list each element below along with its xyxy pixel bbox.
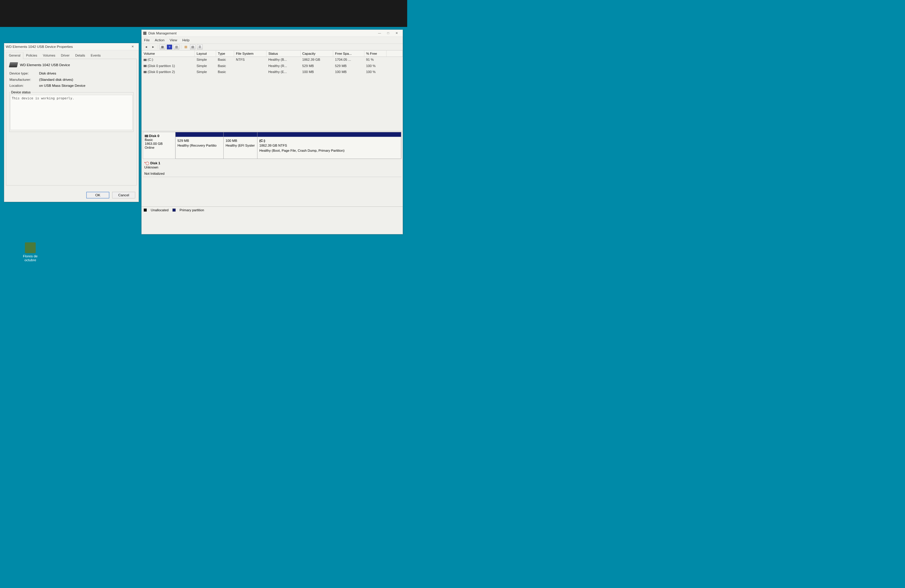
device-status-legend: Device status [11, 90, 32, 94]
close-icon[interactable]: ✕ [392, 30, 401, 36]
partition-color-bar [224, 132, 257, 137]
properties-titlebar[interactable]: WD Elements 1042 USB Device Properties ✕ [4, 43, 139, 50]
menu-view[interactable]: View [170, 38, 177, 42]
partition-size: 1862.39 GB NTFS [259, 144, 287, 147]
show-hide-console-tree-icon[interactable]: ▦ [160, 44, 165, 49]
disk-graphical-view[interactable]: Disk 0 Basic 1863.00 GB Online 529 MBHea… [141, 131, 403, 206]
cancel-button[interactable]: Cancel [112, 192, 135, 198]
volume-capacity: 100 MB [300, 69, 333, 75]
partition-color-bar [175, 132, 223, 137]
disk-0-row[interactable]: Disk 0 Basic 1863.00 GB Online 529 MBHea… [143, 132, 401, 159]
legend-primary-swatch [172, 209, 175, 212]
help-icon[interactable]: ? [167, 44, 172, 49]
location-value: on USB Mass Storage Device [39, 84, 86, 88]
volume-list[interactable]: Volume Layout Type File System Status Ca… [141, 50, 403, 131]
forward-icon[interactable]: ► [151, 44, 156, 49]
volume-row[interactable]: (C:)SimpleBasicNTFSHealthy (B...1862.39 … [141, 57, 403, 63]
disk-1-name: Disk 1 [150, 161, 160, 165]
tab-events[interactable]: Events [88, 52, 103, 59]
disk-icon [144, 135, 148, 137]
partition-status: Healthy (EFI Syster [225, 144, 255, 147]
maximize-icon[interactable]: □ [384, 30, 392, 36]
col-layout[interactable]: Layout [195, 51, 216, 57]
volume-icon [143, 65, 146, 67]
partition-size: 529 MB [178, 139, 189, 143]
menu-file[interactable]: File [144, 38, 150, 42]
back-icon[interactable]: ◄ [143, 44, 149, 49]
tab-details[interactable]: Details [73, 52, 88, 59]
volume-row[interactable]: (Disk 0 partition 2)SimpleBasicHealthy (… [141, 69, 403, 75]
disk-1-row[interactable]: *◯ Disk 1 Unknown Not Initialized [143, 160, 401, 177]
volume-row[interactable]: (Disk 0 partition 1)SimpleBasicHealthy (… [141, 63, 403, 69]
properties-tabs: General Policies Volumes Driver Details … [6, 52, 137, 59]
tab-driver[interactable]: Driver [58, 52, 73, 59]
tab-volumes[interactable]: Volumes [40, 52, 58, 59]
partition[interactable]: (C:)1862.39 GB NTFSHealthy (Boot, Page F… [257, 132, 402, 158]
tab-general[interactable]: General [6, 52, 23, 59]
volume-status: Healthy (R... [267, 63, 300, 69]
col-volume[interactable]: Volume [141, 51, 195, 57]
disk-0-name: Disk 0 [149, 134, 159, 138]
ok-button[interactable]: OK [86, 192, 109, 198]
minimize-icon[interactable]: — [375, 30, 384, 36]
refresh-icon[interactable]: ▥ [174, 44, 179, 49]
desktop-icon[interactable]: Flores de octubre [21, 242, 41, 262]
col-type[interactable]: Type [216, 51, 234, 57]
col-status[interactable]: Status [267, 51, 300, 57]
partition[interactable]: 529 MBHealthy (Recovery Partitio [175, 132, 224, 158]
volume-capacity: 1862.39 GB [300, 57, 333, 63]
device-status-text[interactable]: This device is working properly. [11, 95, 133, 130]
partition-color-bar [257, 132, 401, 137]
volume-table: Volume Layout Type File System Status Ca… [141, 50, 403, 75]
menu-help[interactable]: Help [182, 38, 189, 42]
device-properties-window: WD Elements 1042 USB Device Properties ✕… [4, 43, 139, 202]
menu-action[interactable]: Action [155, 38, 165, 42]
desktop-icon-label: Flores de octubre [21, 254, 41, 262]
action-icon[interactable]: ▤ [183, 44, 189, 49]
volume-layout: Simple [195, 69, 216, 75]
volume-icon [143, 59, 146, 61]
volume-layout: Simple [195, 57, 216, 63]
volume-pct: 100 % [364, 69, 386, 75]
disk-0-status: Online [144, 146, 174, 150]
device-type-label: Device type: [10, 71, 39, 76]
dm-toolbar: ◄ ► ▦ ? ▥ ▤ ▤ ☰ [141, 44, 403, 50]
tab-policies[interactable]: Policies [23, 52, 40, 59]
volume-free: 1704.05 ... [333, 57, 364, 63]
dm-titlebar[interactable]: Disk Management — □ ✕ [141, 30, 403, 36]
volume-type: Basic [216, 63, 234, 69]
partition-title: (C:) [259, 139, 265, 143]
disk-1-type: Unknown [144, 165, 400, 169]
folder-icon [25, 242, 36, 253]
device-status-group: Device status This device is working pro… [10, 90, 133, 132]
properties-title: WD Elements 1042 USB Device Properties [6, 44, 128, 49]
volume-type: Basic [216, 57, 234, 63]
col-filesystem[interactable]: File System [234, 51, 267, 57]
list-icon[interactable]: ☰ [197, 44, 202, 49]
col-freespace[interactable]: Free Spa... [333, 51, 364, 57]
volume-fs: NTFS [234, 57, 267, 63]
disk-1-status: Not Initialized [144, 171, 400, 175]
monitor-bezel [0, 0, 407, 27]
volume-free: 100 MB [333, 69, 364, 75]
disk-0-header[interactable]: Disk 0 Basic 1863.00 GB Online [143, 132, 175, 158]
properties-icon[interactable]: ▤ [190, 44, 195, 49]
legend-unallocated-label: Unallocated [151, 208, 168, 212]
dm-menubar: File Action View Help [141, 37, 403, 44]
disk-management-icon [143, 32, 146, 35]
location-label: Location: [10, 84, 39, 88]
manufacturer-value: (Standard disk drives) [39, 78, 73, 82]
disk-drive-icon [9, 62, 18, 67]
col-pctfree[interactable]: % Free [364, 51, 386, 57]
volume-pct: 91 % [364, 57, 386, 63]
device-name: WD Elements 1042 USB Device [20, 63, 70, 67]
close-icon[interactable]: ✕ [129, 44, 137, 50]
volume-name: (C:) [141, 57, 195, 63]
volume-capacity: 529 MB [300, 63, 333, 69]
volume-fs [234, 63, 267, 69]
partition[interactable]: 100 MBHealthy (EFI Syster [224, 132, 257, 158]
warning-icon: *◯ [144, 161, 150, 165]
volume-layout: Simple [195, 63, 216, 69]
col-capacity[interactable]: Capacity [300, 51, 333, 57]
volume-status: Healthy (E... [267, 69, 300, 75]
